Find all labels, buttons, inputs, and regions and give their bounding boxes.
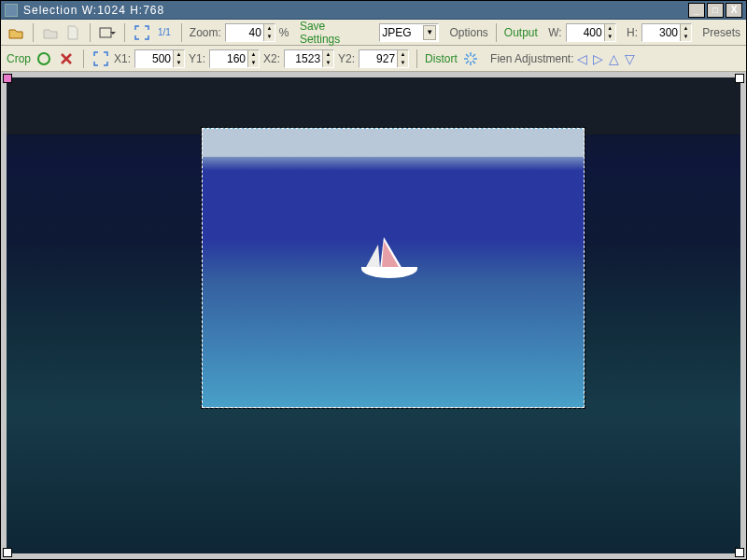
spinner-down-icon[interactable]: ▼ [247,59,259,67]
handle-top-right[interactable] [735,74,744,83]
svg-rect-0 [100,28,111,37]
crop-accept-icon[interactable] [35,49,53,68]
svg-line-8 [472,54,475,57]
y1-label: Y1: [189,52,205,65]
spinner-down-icon[interactable]: ▼ [263,33,275,41]
close-button[interactable]: X [726,3,742,18]
zoom-field[interactable] [226,26,263,39]
width-label: W: [548,26,561,39]
fien-adjustment-label: Fien Adjustment: [490,52,573,65]
spinner-down-icon[interactable]: ▼ [604,33,615,41]
x1-field[interactable] [135,52,173,65]
handle-bottom-left[interactable] [3,548,12,557]
output-label: Output [504,26,538,39]
spinner-down-icon[interactable]: ▼ [680,33,691,41]
save-settings-button[interactable]: Save Settings [300,20,369,46]
distort-label: Distort [425,52,458,65]
y1-field[interactable] [210,52,247,65]
selection-rectangle[interactable] [202,128,585,408]
presets-button[interactable]: Presets [702,26,740,39]
svg-point-1 [38,53,49,64]
x1-label: X1: [114,52,131,65]
open-folder-icon [41,23,60,42]
x2-label: X2: [263,52,280,65]
height-label: H: [627,26,638,39]
fien-controls: ◁ ▷ △ ▽ [577,51,635,66]
y2-field[interactable] [359,52,397,65]
arrow-right-icon[interactable]: ▷ [593,51,603,66]
y2-label: Y2: [338,52,355,65]
width-field[interactable] [567,26,604,39]
maximize-button[interactable]: □ [707,3,724,18]
format-value: JPEG [382,26,423,39]
spinner-up-icon[interactable]: ▲ [680,24,691,33]
rectangle-dropdown-icon[interactable] [98,23,117,42]
spinner-up-icon[interactable]: ▲ [173,50,184,59]
window-title: Selection W:1024 H:768 [23,4,688,17]
sailboat-graphic [352,231,427,287]
output-width-input[interactable]: ▲▼ [566,23,616,42]
separator [83,49,84,68]
y2-input[interactable]: ▲▼ [359,49,409,68]
options-button[interactable]: Options [449,26,487,39]
dropdown-icon[interactable]: ▼ [423,25,436,40]
output-height-input[interactable]: ▲▼ [641,23,692,42]
spinner-down-icon[interactable]: ▼ [397,59,408,67]
spinner-down-icon[interactable]: ▼ [173,59,184,67]
zoom-label: Zoom: [190,26,221,39]
spinner-up-icon[interactable]: ▲ [247,50,259,59]
x1-input[interactable]: ▲▼ [134,49,185,68]
selection-window: Selection W:1024 H:768 _ □ X 1/1 Zoo [0,0,747,560]
arrow-up-icon[interactable]: △ [609,51,619,66]
canvas-area [1,72,746,559]
fit-screen-icon[interactable] [133,23,151,42]
x2-input[interactable]: ▲▼ [284,49,334,68]
spinner-up-icon[interactable]: ▲ [322,50,333,59]
separator [496,23,497,42]
actual-size-icon[interactable]: 1/1 [155,23,174,42]
height-field[interactable] [642,26,680,39]
svg-line-7 [472,61,475,63]
app-icon [5,4,18,17]
spinner-up-icon[interactable]: ▲ [604,24,615,33]
crop-label: Crop [7,52,31,65]
format-select[interactable]: JPEG ▼ [379,23,439,42]
x2-field[interactable] [285,52,322,65]
arrow-down-icon[interactable]: ▽ [625,51,635,66]
main-toolbar: 1/1 Zoom: ▲▼ % Save Settings JPEG ▼ Opti… [1,20,746,46]
open-icon[interactable] [7,23,25,42]
separator [90,23,91,42]
crop-cancel-icon[interactable] [57,49,76,68]
selection-preview [202,128,585,408]
document-icon [63,23,82,42]
fullscreen-icon[interactable] [92,49,110,68]
separator [124,23,125,42]
separator [33,23,34,42]
spinner-up-icon[interactable]: ▲ [397,50,408,59]
zoom-input[interactable]: ▲▼ [225,23,275,42]
handle-bottom-right[interactable] [735,548,744,557]
svg-line-9 [466,61,469,63]
spinner-up-icon[interactable]: ▲ [263,24,275,33]
titlebar: Selection W:1024 H:768 _ □ X [1,1,746,20]
y1-input[interactable]: ▲▼ [209,49,260,68]
minimize-button[interactable]: _ [688,3,705,18]
handle-top-left[interactable] [3,74,12,83]
spinner-down-icon[interactable]: ▼ [322,59,333,67]
percent-label: % [279,26,289,39]
separator [181,23,182,42]
distort-icon[interactable] [461,49,480,68]
arrow-left-icon[interactable]: ◁ [577,51,587,66]
window-controls: _ □ X [688,3,742,18]
svg-line-6 [466,54,469,57]
crop-toolbar: Crop X1: ▲▼ Y1: ▲▼ X2: ▲▼ Y2: ▲▼ [1,46,746,72]
separator [416,49,417,68]
